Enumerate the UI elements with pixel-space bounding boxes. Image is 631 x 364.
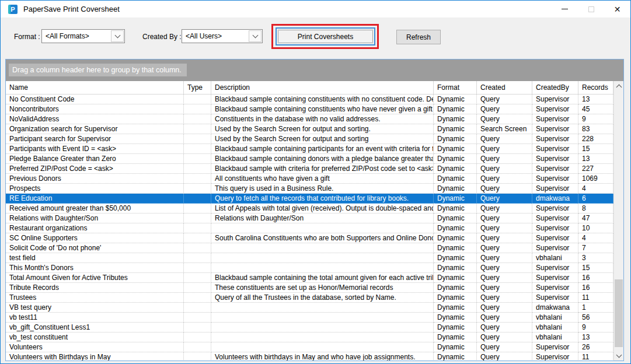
- table-row[interactable]: Participant search for SupervisorUsed by…: [6, 134, 613, 144]
- cell-description: Blackbaud sample containing constituents…: [211, 94, 434, 104]
- cell-name: vb test11: [6, 313, 184, 323]
- group-by-hint: Drag a column header here to group by th…: [9, 64, 187, 76]
- column-header-created[interactable]: Created: [477, 81, 532, 94]
- cell-createdby: vbhalani: [532, 323, 578, 332]
- table-row[interactable]: Restaurant organizationsDynamicQuerySupe…: [6, 223, 613, 233]
- cell-description: Blackbaud sample with criteria for prefe…: [211, 164, 434, 174]
- cell-format: Dynamic: [434, 323, 477, 332]
- table-row[interactable]: VB test queryDynamicQuerydmakwana1: [6, 303, 613, 313]
- scroll-down-button[interactable]: [614, 351, 623, 360]
- scroll-up-button[interactable]: [614, 81, 623, 91]
- table-row[interactable]: Organization search for SupervisorUsed b…: [6, 124, 613, 134]
- cell-type: [184, 243, 211, 253]
- table-row[interactable]: Participants with Event ID = <ask>Blackb…: [6, 144, 613, 154]
- cell-description: [211, 243, 434, 253]
- cell-createdby: Supervisor: [532, 124, 578, 134]
- table-row[interactable]: ProspectsThis query is used in a Busines…: [6, 184, 613, 194]
- cell-format: Dynamic: [434, 303, 477, 313]
- table-row[interactable]: RE EducationQuery to fetch all the recor…: [6, 194, 613, 204]
- cell-format: Dynamic: [434, 352, 477, 360]
- column-header-records[interactable]: Records: [578, 81, 613, 94]
- table-row[interactable]: vb_gift_Constituent Less1DynamicQueryvbh…: [6, 323, 613, 332]
- cell-type: [184, 313, 211, 323]
- vertical-scrollbar[interactable]: [613, 81, 623, 360]
- table-row[interactable]: Received amount greater than $50,000List…: [6, 204, 613, 214]
- cell-records: 11: [578, 293, 613, 303]
- cell-format: Dynamic: [434, 273, 477, 283]
- cell-description: Blackbaud sample containing participants…: [211, 144, 434, 154]
- table-row[interactable]: Preferred ZIP/Post Code = <ask>Blackbaud…: [6, 164, 613, 174]
- cell-createdby: Supervisor: [532, 223, 578, 233]
- created-by-dropdown[interactable]: <All Users>: [182, 29, 263, 43]
- column-header-format[interactable]: Format: [434, 81, 477, 94]
- cell-created: Query: [477, 104, 532, 114]
- cell-created: Query: [477, 283, 532, 293]
- table-row[interactable]: Volunteers with Birthdays in MayVoluntee…: [6, 352, 613, 360]
- print-coversheets-label: Print Coversheets: [278, 30, 373, 43]
- cell-created: Query: [477, 144, 532, 154]
- cell-format: Dynamic: [434, 253, 477, 263]
- table-row[interactable]: Relations with Daughter/SonRelations wit…: [6, 214, 613, 223]
- cell-name: test field: [6, 253, 184, 263]
- table-row[interactable]: test fieldDynamicQueryvbhalani3: [6, 253, 613, 263]
- cell-records: 1: [578, 303, 613, 313]
- cell-type: [184, 342, 211, 352]
- table-row[interactable]: vb test11DynamicQueryvbhalani56: [6, 313, 613, 323]
- maximize-button[interactable]: [578, 1, 604, 18]
- group-by-bar[interactable]: Drag a column header here to group by th…: [6, 60, 623, 81]
- table-row[interactable]: NoValidAddressConstituents in the databa…: [6, 114, 613, 124]
- table-row[interactable]: Total Amount Given for Active TributesBl…: [6, 273, 613, 283]
- format-dropdown-button[interactable]: [111, 30, 124, 42]
- cell-type: [184, 134, 211, 144]
- scrollbar-thumb[interactable]: [615, 279, 623, 347]
- table-row[interactable]: vb_test constituentDynamicQueryvbhalani1…: [6, 332, 613, 342]
- table-row[interactable]: Tribute RecordsThese constituents are se…: [6, 283, 613, 293]
- cell-description: [211, 332, 434, 342]
- table-row[interactable]: TrusteesQuery of all the Trustees in the…: [6, 293, 613, 303]
- minimize-button[interactable]: [552, 1, 578, 18]
- cell-records: 15: [578, 263, 613, 273]
- column-header-name[interactable]: Name: [6, 81, 184, 94]
- table-row[interactable]: Pledge Balance Greater than ZeroBlackbau…: [6, 154, 613, 164]
- grid-rows: No Constituent CodeBlackbaud sample cont…: [6, 94, 613, 360]
- cell-records: 4: [578, 233, 613, 243]
- cell-format: Dynamic: [434, 124, 477, 134]
- cell-name: Tribute Records: [6, 283, 184, 293]
- table-row[interactable]: This Month's DonorsDynamicQuerySuperviso…: [6, 263, 613, 273]
- cell-format: Dynamic: [434, 164, 477, 174]
- created-by-dropdown-button[interactable]: [249, 30, 262, 42]
- table-row[interactable]: No Constituent CodeBlackbaud sample cont…: [6, 94, 613, 104]
- column-header-type[interactable]: Type: [184, 81, 211, 94]
- cell-description: All constituents who have given a gift: [211, 174, 434, 184]
- cell-format: Dynamic: [434, 144, 477, 154]
- close-button[interactable]: ✕: [604, 1, 630, 18]
- table-row[interactable]: Solicit Code of 'Do not phone'DynamicQue…: [6, 243, 613, 253]
- table-row[interactable]: Previous DonorsAll constituents who have…: [6, 174, 613, 184]
- cell-createdby: Supervisor: [532, 243, 578, 253]
- chevron-down-icon: [616, 352, 622, 358]
- table-row[interactable]: NoncontributorsBlackbaud sample containi…: [6, 104, 613, 114]
- cell-created: Query: [477, 243, 532, 253]
- cell-name: Participant search for Supervisor: [6, 134, 184, 144]
- column-header-createdby[interactable]: CreatedBy: [532, 81, 578, 94]
- print-coversheets-button[interactable]: Print Coversheets: [276, 27, 375, 46]
- cell-description: [211, 313, 434, 323]
- cell-createdby: Supervisor: [532, 263, 578, 273]
- minimize-icon: [562, 9, 568, 9]
- cell-type: [184, 323, 211, 332]
- cell-description: [211, 342, 434, 352]
- cell-created: Query: [477, 253, 532, 263]
- cell-type: [184, 164, 211, 174]
- cell-name: No Constituent Code: [6, 94, 184, 104]
- table-row[interactable]: SC Online SupportersSouth Carolina Const…: [6, 233, 613, 243]
- refresh-button[interactable]: Refresh: [396, 30, 441, 44]
- grid-header-row: NameTypeDescriptionFormatCreatedCreatedB…: [6, 81, 613, 94]
- cell-type: [184, 352, 211, 360]
- cell-createdby: Supervisor: [532, 94, 578, 104]
- format-dropdown[interactable]: <All Formats>: [41, 29, 125, 43]
- cell-type: [184, 194, 211, 204]
- column-header-description[interactable]: Description: [211, 81, 434, 94]
- window-title: PaperSave Print Coversheet: [23, 5, 120, 13]
- close-icon: ✕: [614, 5, 621, 13]
- table-row[interactable]: VolunteersDynamicQuerySupervisor26: [6, 342, 613, 352]
